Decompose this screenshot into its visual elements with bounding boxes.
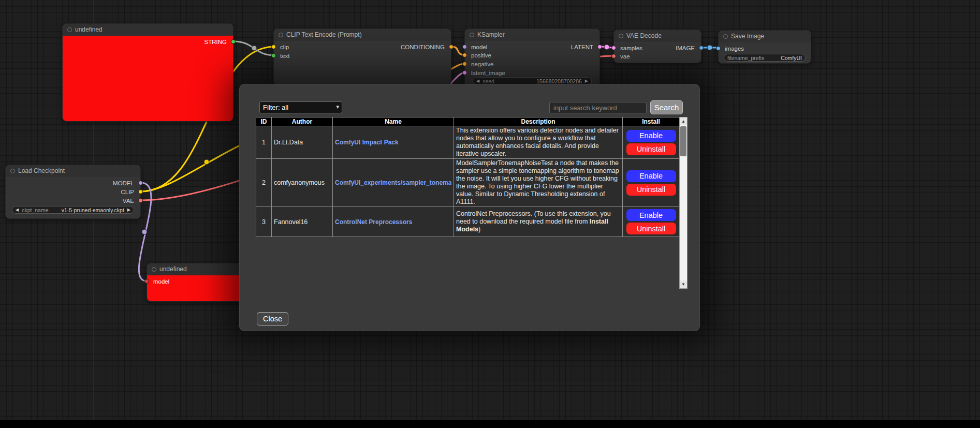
- node-title: undefined: [159, 265, 187, 273]
- input-port-images[interactable]: [716, 46, 721, 51]
- output-port-model[interactable]: [138, 181, 143, 185]
- enable-button[interactable]: Enable: [626, 130, 676, 142]
- node-header[interactable]: Load Checkpoint: [6, 165, 140, 177]
- input-port-samples[interactable]: [611, 46, 616, 50]
- ckpt-name-value: v1-5-pruned-emaonly.ckpt: [62, 207, 124, 213]
- input-port-negative[interactable]: [462, 62, 467, 66]
- node-load-checkpoint[interactable]: Load Checkpoint MODEL CLIP VAE ◀ ckpt_na…: [5, 165, 141, 219]
- node-clip-text-encode[interactable]: CLIP Text Encode (Prompt) clip text COND…: [273, 28, 451, 85]
- search-button[interactable]: Search: [650, 100, 683, 114]
- filename-prefix-widget[interactable]: filename_prefix ComfyUI: [724, 54, 806, 62]
- node-header[interactable]: CLIP Text Encode (Prompt): [274, 29, 451, 41]
- widget-right-arrow-icon[interactable]: ▶: [127, 206, 130, 213]
- output-label-string: STRING: [204, 38, 227, 46]
- output-label-vae: VAE: [123, 197, 134, 205]
- header-install: Install: [623, 117, 680, 126]
- input-port-latent-image[interactable]: [462, 70, 467, 75]
- input-label-positive: positive: [471, 51, 491, 60]
- enable-button[interactable]: Enable: [626, 170, 676, 182]
- node-undefined-top[interactable]: undefined STRING: [62, 23, 233, 122]
- header-description: Description: [454, 117, 623, 126]
- node-title: VAE Decode: [626, 32, 662, 39]
- node-title: CLIP Text Encode (Prompt): [286, 31, 362, 38]
- cell-author: Dr.Lt.Data: [272, 126, 333, 159]
- node-header[interactable]: VAE Decode: [614, 30, 701, 42]
- uninstall-button[interactable]: Uninstall: [626, 223, 676, 234]
- node-header[interactable]: KSampler: [465, 29, 599, 41]
- node-save-image[interactable]: Save Image images filename_prefix ComfyU…: [718, 30, 811, 64]
- close-button[interactable]: Close: [257, 312, 288, 326]
- input-port-model[interactable]: [144, 279, 149, 284]
- scroll-down-arrow-icon[interactable]: ▼: [680, 281, 687, 288]
- bottom-bar: [0, 420, 980, 428]
- cell-id: 1: [256, 126, 272, 159]
- collapse-dot-icon[interactable]: [279, 33, 283, 37]
- node-ksampler[interactable]: KSampler model positive negative latent_…: [464, 28, 600, 88]
- scrollbar-thumb[interactable]: [680, 126, 686, 156]
- extension-link[interactable]: ComfyUI_experiments/sampler_tonemap: [335, 179, 451, 186]
- input-label-latent-image: latent_image: [471, 69, 505, 77]
- node-header[interactable]: Save Image: [719, 31, 811, 42]
- node-header[interactable]: undefined: [63, 24, 233, 36]
- output-port-conditioning[interactable]: [449, 45, 454, 49]
- output-port-latent[interactable]: [597, 45, 602, 49]
- input-port-positive[interactable]: [462, 53, 467, 57]
- collapse-dot-icon[interactable]: [470, 33, 474, 37]
- header-id: ID: [256, 117, 272, 126]
- table-row: 2 comfyanonymous ComfyUI_experiments/sam…: [256, 159, 680, 207]
- input-port-vae[interactable]: [611, 54, 616, 58]
- cell-description: This extension offers various detector n…: [454, 126, 623, 159]
- collapse-dot-icon[interactable]: [67, 27, 72, 32]
- extension-table-container: ID Author Name Description Install 1 Dr.…: [256, 117, 688, 289]
- node-title: Load Checkpoint: [18, 167, 65, 174]
- collapse-dot-icon[interactable]: [152, 267, 156, 272]
- output-label-image: IMAGE: [676, 44, 695, 52]
- input-label-model: model: [153, 277, 169, 286]
- collapse-dot-icon[interactable]: [619, 34, 623, 38]
- input-port-text[interactable]: [271, 53, 276, 58]
- cell-author: Fannovel16: [272, 207, 333, 237]
- input-label-vae: vae: [620, 52, 630, 61]
- input-label-text: text: [280, 52, 290, 60]
- search-input[interactable]: [549, 102, 647, 113]
- input-label-samples: samples: [620, 44, 642, 52]
- cell-description: ModelSamplerTonemapNoiseTest a node that…: [454, 159, 623, 207]
- cell-id: 2: [256, 159, 272, 207]
- collapse-dot-icon[interactable]: [723, 34, 728, 39]
- input-label-model: model: [471, 43, 487, 51]
- table-row: 3 Fannovel16 ControlNet Preprocessors Co…: [256, 207, 680, 237]
- output-label-conditioning: CONDITIONING: [401, 43, 445, 51]
- node-vae-decode[interactable]: VAE Decode samples vae IMAGE: [613, 29, 701, 63]
- enable-button[interactable]: Enable: [626, 209, 676, 221]
- input-port-model[interactable]: [462, 45, 467, 49]
- header-name: Name: [333, 117, 454, 126]
- input-label-clip: clip: [280, 43, 289, 51]
- seed-widget-label: seed: [482, 78, 494, 84]
- scroll-up-arrow-icon[interactable]: ▲: [680, 117, 687, 125]
- extension-link[interactable]: ComfyUI Impact Pack: [335, 139, 451, 146]
- output-port-string[interactable]: [231, 39, 236, 44]
- table-scrollbar[interactable]: ▲ ▼: [679, 117, 688, 289]
- input-label-negative: negative: [471, 60, 493, 68]
- uninstall-button[interactable]: Uninstall: [626, 143, 676, 155]
- output-port-vae[interactable]: [138, 198, 143, 203]
- output-port-clip[interactable]: [138, 189, 143, 194]
- collapse-dot-icon[interactable]: [10, 169, 15, 173]
- extension-link[interactable]: ControlNet Preprocessors: [335, 218, 451, 226]
- input-port-clip[interactable]: [271, 45, 276, 49]
- ckpt-name-widget[interactable]: ◀ ckpt_name v1-5-pruned-emaonly.ckpt ▶: [12, 206, 134, 214]
- filter-select[interactable]: Filter: all: [259, 101, 342, 113]
- cell-author: comfyanonymous: [272, 159, 333, 207]
- filter-select-wrap: Filter: all ▾: [259, 101, 342, 113]
- cell-description: ControlNet Preprocessors. (To use this e…: [454, 207, 623, 237]
- input-label-images: images: [725, 45, 744, 53]
- table-row: 1 Dr.Lt.Data ComfyUI Impact Pack This ex…: [256, 126, 680, 159]
- comfyui-manager-dialog: Filter: all ▾ Search ID Author Name Desc…: [239, 84, 700, 331]
- output-port-image[interactable]: [699, 46, 704, 50]
- node-title: undefined: [75, 26, 103, 33]
- filename-prefix-value: ComfyUI: [781, 55, 802, 61]
- output-label-model: MODEL: [113, 179, 134, 187]
- widget-left-arrow-icon[interactable]: ◀: [16, 206, 19, 213]
- cell-install: Enable Uninstall: [623, 207, 680, 237]
- uninstall-button[interactable]: Uninstall: [626, 184, 676, 196]
